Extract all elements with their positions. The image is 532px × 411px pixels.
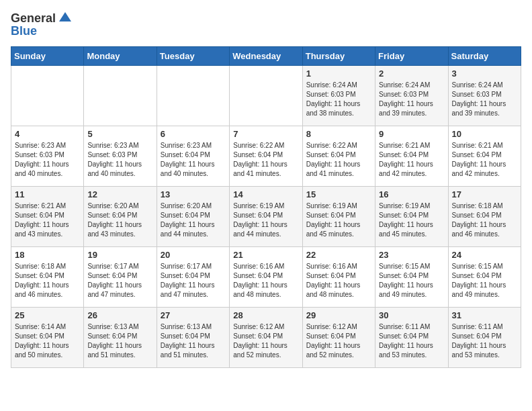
day-number: 23 — [379, 250, 444, 260]
day-number: 30 — [379, 310, 444, 320]
weekday-header-monday: Monday — [84, 47, 157, 66]
day-number: 10 — [452, 129, 517, 139]
day-number: 4 — [15, 129, 80, 139]
calendar-table: SundayMondayTuesdayWednesdayThursdayFrid… — [11, 46, 521, 368]
day-info: Sunrise: 6:19 AM Sunset: 6:04 PM Dayligh… — [306, 201, 371, 239]
day-info: Sunrise: 6:16 AM Sunset: 6:04 PM Dayligh… — [233, 262, 298, 300]
day-number: 22 — [306, 250, 371, 260]
day-info: Sunrise: 6:13 AM Sunset: 6:04 PM Dayligh… — [161, 322, 226, 360]
day-info: Sunrise: 6:14 AM Sunset: 6:04 PM Dayligh… — [15, 322, 80, 360]
day-number: 17 — [452, 189, 517, 199]
day-number: 7 — [233, 129, 298, 139]
day-number: 5 — [87, 129, 152, 139]
day-info: Sunrise: 6:15 AM Sunset: 6:04 PM Dayligh… — [379, 262, 444, 300]
day-info: Sunrise: 6:15 AM Sunset: 6:04 PM Dayligh… — [452, 262, 517, 300]
calendar-cell: 10Sunrise: 6:21 AM Sunset: 6:04 PM Dayli… — [448, 126, 521, 187]
logo-general-text: General — [11, 11, 56, 26]
day-info: Sunrise: 6:23 AM Sunset: 6:03 PM Dayligh… — [87, 141, 152, 179]
calendar-cell: 21Sunrise: 6:16 AM Sunset: 6:04 PM Dayli… — [230, 247, 302, 308]
day-number: 16 — [379, 189, 444, 199]
calendar-cell: 27Sunrise: 6:13 AM Sunset: 6:04 PM Dayli… — [157, 308, 229, 368]
calendar-cell — [11, 66, 84, 126]
calendar-cell: 13Sunrise: 6:20 AM Sunset: 6:04 PM Dayli… — [157, 187, 229, 247]
day-number: 29 — [306, 310, 371, 320]
calendar-cell: 3Sunrise: 6:24 AM Sunset: 6:03 PM Daylig… — [448, 66, 521, 126]
calendar-cell — [84, 66, 157, 126]
calendar-cell: 4Sunrise: 6:23 AM Sunset: 6:03 PM Daylig… — [11, 126, 84, 187]
calendar-cell: 22Sunrise: 6:16 AM Sunset: 6:04 PM Dayli… — [302, 247, 375, 308]
page-header: General Blue — [11, 11, 521, 38]
logo: General Blue — [11, 11, 71, 38]
day-info: Sunrise: 6:21 AM Sunset: 6:04 PM Dayligh… — [379, 141, 444, 179]
day-info: Sunrise: 6:11 AM Sunset: 6:04 PM Dayligh… — [452, 322, 517, 360]
day-number: 8 — [306, 129, 371, 139]
day-number: 3 — [452, 68, 517, 79]
calendar-cell: 17Sunrise: 6:18 AM Sunset: 6:04 PM Dayli… — [448, 187, 521, 247]
day-number: 1 — [306, 68, 371, 79]
calendar-cell: 7Sunrise: 6:22 AM Sunset: 6:04 PM Daylig… — [230, 126, 302, 187]
day-number: 14 — [233, 189, 298, 199]
logo-bird-icon — [59, 11, 71, 23]
day-info: Sunrise: 6:22 AM Sunset: 6:04 PM Dayligh… — [306, 141, 371, 179]
day-number: 28 — [233, 310, 298, 320]
week-row-1: 1Sunrise: 6:24 AM Sunset: 6:03 PM Daylig… — [11, 66, 521, 126]
day-info: Sunrise: 6:23 AM Sunset: 6:04 PM Dayligh… — [161, 141, 226, 179]
calendar-cell: 16Sunrise: 6:19 AM Sunset: 6:04 PM Dayli… — [375, 187, 448, 247]
calendar-cell: 29Sunrise: 6:12 AM Sunset: 6:04 PM Dayli… — [302, 308, 375, 368]
calendar-cell: 26Sunrise: 6:13 AM Sunset: 6:04 PM Dayli… — [84, 308, 157, 368]
weekday-header-tuesday: Tuesday — [157, 47, 229, 66]
day-info: Sunrise: 6:24 AM Sunset: 6:03 PM Dayligh… — [452, 81, 517, 118]
week-row-2: 4Sunrise: 6:23 AM Sunset: 6:03 PM Daylig… — [11, 126, 521, 187]
svg-marker-0 — [59, 12, 71, 21]
day-number: 11 — [15, 189, 80, 199]
day-number: 20 — [161, 250, 226, 260]
weekday-header-friday: Friday — [375, 47, 448, 66]
day-info: Sunrise: 6:17 AM Sunset: 6:04 PM Dayligh… — [161, 262, 226, 300]
calendar-cell: 2Sunrise: 6:24 AM Sunset: 6:03 PM Daylig… — [375, 66, 448, 126]
calendar-cell: 1Sunrise: 6:24 AM Sunset: 6:03 PM Daylig… — [302, 66, 375, 126]
calendar-cell — [230, 66, 302, 126]
calendar-cell: 24Sunrise: 6:15 AM Sunset: 6:04 PM Dayli… — [448, 247, 521, 308]
calendar-cell: 31Sunrise: 6:11 AM Sunset: 6:04 PM Dayli… — [448, 308, 521, 368]
day-number: 18 — [15, 250, 80, 260]
day-number: 26 — [87, 310, 152, 320]
calendar-cell: 12Sunrise: 6:20 AM Sunset: 6:04 PM Dayli… — [84, 187, 157, 247]
calendar-cell: 14Sunrise: 6:19 AM Sunset: 6:04 PM Dayli… — [230, 187, 302, 247]
week-row-4: 18Sunrise: 6:18 AM Sunset: 6:04 PM Dayli… — [11, 247, 521, 308]
calendar-cell: 5Sunrise: 6:23 AM Sunset: 6:03 PM Daylig… — [84, 126, 157, 187]
calendar-cell: 11Sunrise: 6:21 AM Sunset: 6:04 PM Dayli… — [11, 187, 84, 247]
week-row-3: 11Sunrise: 6:21 AM Sunset: 6:04 PM Dayli… — [11, 187, 521, 247]
calendar-cell: 9Sunrise: 6:21 AM Sunset: 6:04 PM Daylig… — [375, 126, 448, 187]
day-number: 9 — [379, 129, 444, 139]
weekday-header-row: SundayMondayTuesdayWednesdayThursdayFrid… — [11, 47, 521, 66]
day-info: Sunrise: 6:21 AM Sunset: 6:04 PM Dayligh… — [15, 201, 80, 239]
weekday-header-wednesday: Wednesday — [230, 47, 302, 66]
calendar-cell: 30Sunrise: 6:11 AM Sunset: 6:04 PM Dayli… — [375, 308, 448, 368]
day-info: Sunrise: 6:24 AM Sunset: 6:03 PM Dayligh… — [379, 81, 444, 118]
day-info: Sunrise: 6:20 AM Sunset: 6:04 PM Dayligh… — [161, 201, 226, 239]
weekday-header-thursday: Thursday — [302, 47, 375, 66]
day-info: Sunrise: 6:24 AM Sunset: 6:03 PM Dayligh… — [306, 81, 371, 118]
calendar-cell: 23Sunrise: 6:15 AM Sunset: 6:04 PM Dayli… — [375, 247, 448, 308]
day-info: Sunrise: 6:16 AM Sunset: 6:04 PM Dayligh… — [306, 262, 371, 300]
day-info: Sunrise: 6:23 AM Sunset: 6:03 PM Dayligh… — [15, 141, 80, 179]
calendar-cell: 25Sunrise: 6:14 AM Sunset: 6:04 PM Dayli… — [11, 308, 84, 368]
day-info: Sunrise: 6:18 AM Sunset: 6:04 PM Dayligh… — [452, 201, 517, 239]
calendar-cell: 20Sunrise: 6:17 AM Sunset: 6:04 PM Dayli… — [157, 247, 229, 308]
day-number: 15 — [306, 189, 371, 199]
calendar-cell — [157, 66, 229, 126]
day-info: Sunrise: 6:19 AM Sunset: 6:04 PM Dayligh… — [233, 201, 298, 239]
day-info: Sunrise: 6:20 AM Sunset: 6:04 PM Dayligh… — [87, 201, 152, 239]
day-info: Sunrise: 6:21 AM Sunset: 6:04 PM Dayligh… — [452, 141, 517, 179]
day-number: 31 — [452, 310, 517, 320]
weekday-header-saturday: Saturday — [448, 47, 521, 66]
day-info: Sunrise: 6:18 AM Sunset: 6:04 PM Dayligh… — [15, 262, 80, 300]
day-number: 24 — [452, 250, 517, 260]
calendar-cell: 6Sunrise: 6:23 AM Sunset: 6:04 PM Daylig… — [157, 126, 229, 187]
day-number: 27 — [161, 310, 226, 320]
logo-blue-text: Blue — [11, 24, 71, 38]
day-number: 6 — [161, 129, 226, 139]
calendar-cell: 8Sunrise: 6:22 AM Sunset: 6:04 PM Daylig… — [302, 126, 375, 187]
day-number: 13 — [161, 189, 226, 199]
day-info: Sunrise: 6:19 AM Sunset: 6:04 PM Dayligh… — [379, 201, 444, 239]
